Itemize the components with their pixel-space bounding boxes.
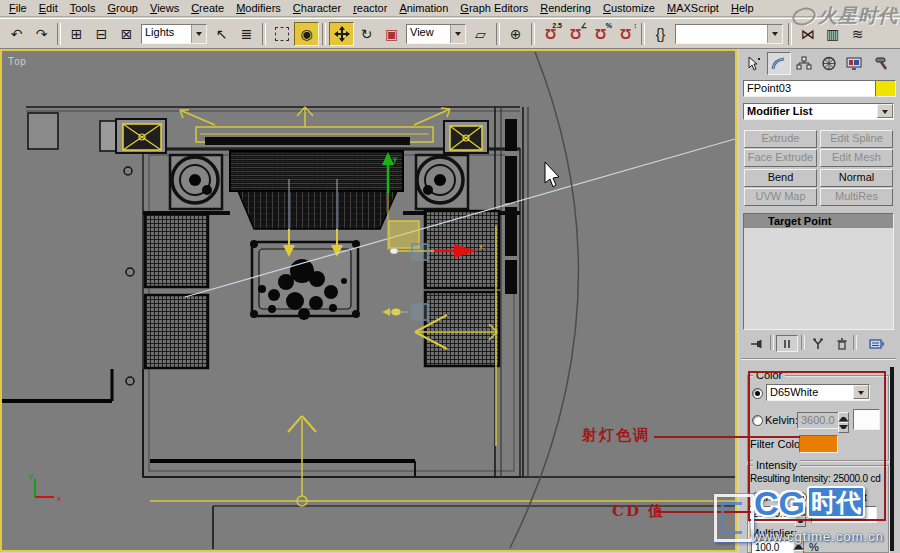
tab-utilities[interactable] — [870, 52, 894, 75]
bend-button[interactable]: Bend — [744, 169, 817, 187]
light-fixture-left[interactable] — [116, 119, 166, 153]
tab-create[interactable] — [742, 52, 766, 75]
motion-tab-icon — [821, 56, 837, 71]
second-point-light[interactable] — [382, 304, 428, 320]
menu-animation[interactable]: Animation — [393, 1, 454, 15]
chevron-down-icon[interactable] — [191, 25, 206, 43]
toolbar-separator — [496, 23, 500, 45]
undo-button[interactable]: ↶ — [4, 22, 29, 46]
menu-tools[interactable]: Tools — [64, 1, 102, 15]
normal-button[interactable]: Normal — [820, 169, 893, 187]
window-crossing-toggle-button[interactable]: ◉ — [294, 22, 319, 46]
kelvin-color-swatch[interactable] — [853, 409, 880, 430]
select-object-button[interactable]: ↖ — [209, 22, 234, 46]
select-and-rotate-button[interactable]: ↻ — [354, 22, 379, 46]
stack-item-target-point[interactable]: Target Point — [744, 214, 893, 228]
snap-mode-label: 2.5 — [552, 22, 562, 29]
menu-character[interactable]: Character — [287, 1, 347, 15]
bind-to-space-warp-button[interactable]: ⊠ — [114, 22, 139, 46]
show-end-result-button[interactable] — [776, 335, 798, 352]
chevron-down-icon[interactable] — [767, 25, 782, 43]
unlink-selection-button[interactable]: ⊟ — [89, 22, 114, 46]
manipulate-icon: ⊕ — [510, 26, 522, 42]
filter-color-swatch[interactable] — [799, 435, 838, 453]
chevron-down-icon[interactable] — [450, 25, 465, 43]
menu-file[interactable]: File — [3, 1, 33, 15]
align-button[interactable]: ▥ — [820, 22, 845, 46]
panel-scrollbar[interactable] — [890, 367, 894, 551]
spinner-snap-toggle-button[interactable]: Ω↕ — [613, 22, 638, 46]
reference-coordinate-system-dropdown[interactable]: View — [406, 24, 466, 44]
toolbar-separator — [641, 23, 645, 45]
multiplier-spinner[interactable] — [793, 540, 804, 553]
unit-fc-radio[interactable] — [834, 492, 845, 503]
remove-modifier-button[interactable] — [831, 335, 853, 352]
unit-cd-radio[interactable] — [796, 492, 807, 503]
tab-motion[interactable] — [817, 52, 841, 75]
intensity-spinner[interactable] — [795, 506, 806, 522]
layer-manager-button[interactable]: ≋ — [845, 22, 870, 46]
toolbar-separator — [262, 23, 266, 45]
pin-icon — [749, 337, 763, 351]
list-icon: ≣ — [241, 26, 253, 42]
mirror-button[interactable]: ⋈ — [795, 22, 820, 46]
angle-snap-toggle-button[interactable]: Ω∠ — [563, 22, 588, 46]
menu-rendering[interactable]: Rendering — [534, 1, 597, 15]
unit-lm-radio[interactable] — [751, 492, 762, 503]
show-end-result-icon — [780, 337, 794, 351]
snaps-toggle-button[interactable]: Ω2.5 — [538, 22, 563, 46]
configure-modifier-sets-button[interactable] — [865, 335, 887, 352]
utilities-tab-icon — [874, 56, 890, 71]
chevron-down-icon[interactable] — [877, 104, 893, 118]
select-and-manipulate-button[interactable]: ⊕ — [503, 22, 528, 46]
menu-views[interactable]: Views — [144, 1, 185, 15]
kelvin-radio[interactable] — [752, 415, 763, 426]
percent-icon: % — [606, 22, 612, 29]
intensity-value-field[interactable]: 25000.0 — [749, 506, 801, 523]
light-fixture-right[interactable] — [444, 121, 488, 153]
menu-reactor[interactable]: reactor — [347, 1, 393, 15]
menu-customize[interactable]: Customize — [597, 1, 661, 15]
angle-icon: ∠ — [581, 22, 587, 30]
edit-named-selection-sets-button[interactable]: {} — [648, 22, 673, 46]
use-pivot-point-center-button[interactable]: ▱ — [468, 22, 493, 46]
intensity-at-field[interactable] — [811, 506, 877, 523]
modifier-stack-list[interactable]: Target Point — [743, 213, 894, 330]
select-and-link-button[interactable]: ⊞ — [64, 22, 89, 46]
gizmo-y-label: y — [393, 154, 397, 163]
modifier-list-dropdown[interactable]: Modifier List — [743, 103, 894, 120]
multiplier-label: Multiplier: — [750, 527, 797, 539]
object-name-field[interactable]: FPoint03 — [743, 80, 876, 97]
named-selection-sets-dropdown[interactable] — [675, 24, 783, 44]
menu-edit[interactable]: Edit — [33, 1, 64, 15]
kelvin-spinner[interactable] — [838, 412, 849, 428]
redo-button[interactable]: ↷ — [29, 22, 54, 46]
pin-stack-button[interactable] — [745, 335, 767, 352]
multiplier-value-field[interactable]: 100.0 — [751, 540, 799, 553]
menu-group[interactable]: Group — [101, 1, 144, 15]
tab-hierarchy[interactable] — [792, 52, 816, 75]
spinner-icon: ↕ — [634, 22, 638, 29]
tab-display[interactable] — [842, 52, 866, 75]
percent-snap-toggle-button[interactable]: Ω% — [588, 22, 613, 46]
select-by-name-button[interactable]: ≣ — [234, 22, 259, 46]
top-viewport[interactable]: y x Top y x — [0, 49, 737, 552]
make-unique-button[interactable] — [807, 335, 829, 352]
configure-sets-icon — [869, 337, 884, 351]
selection-filter-value: Lights — [142, 25, 191, 43]
select-and-move-button[interactable] — [329, 22, 354, 46]
color-preset-radio[interactable] — [752, 388, 763, 399]
select-and-scale-button[interactable]: ▣ — [379, 22, 404, 46]
menu-modifiers[interactable]: Modifiers — [230, 1, 287, 15]
chevron-down-icon[interactable] — [853, 385, 869, 399]
menu-create[interactable]: Create — [185, 1, 230, 15]
selection-filter-dropdown[interactable]: Lights — [141, 24, 207, 44]
menu-help[interactable]: Help — [725, 1, 760, 15]
object-color-swatch[interactable] — [875, 80, 896, 97]
menu-graph-editors[interactable]: Graph Editors — [454, 1, 534, 15]
viewport-label[interactable]: Top — [8, 56, 26, 67]
menu-maxscript[interactable]: MAXScript — [661, 1, 725, 15]
rectangular-selection-region-button[interactable] — [269, 22, 294, 46]
tab-modify[interactable] — [767, 52, 791, 75]
named-selection-sets-value — [676, 25, 767, 43]
